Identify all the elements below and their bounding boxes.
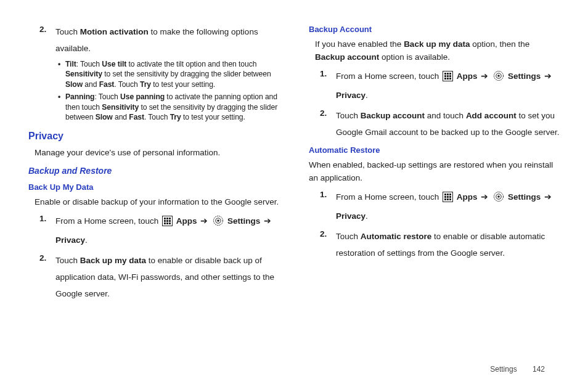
ar-step-2: 2. Touch Automatic restore to enable or … bbox=[320, 228, 560, 261]
heading-privacy: Privacy bbox=[28, 129, 279, 144]
svg-rect-29 bbox=[449, 194, 451, 195]
svg-rect-14 bbox=[444, 73, 446, 75]
label: Tilt bbox=[65, 60, 76, 68]
b: Automatic restore bbox=[361, 232, 432, 241]
b: Use panning bbox=[120, 92, 165, 101]
apps-icon bbox=[443, 191, 453, 208]
arrow: ➔ bbox=[481, 71, 488, 81]
apps-icon bbox=[162, 215, 173, 232]
settings-icon bbox=[493, 70, 504, 87]
t: to test your setting. bbox=[151, 80, 215, 89]
b: Backup account bbox=[361, 111, 425, 120]
svg-rect-6 bbox=[169, 220, 171, 222]
svg-rect-33 bbox=[444, 198, 446, 200]
b: Fast bbox=[129, 113, 144, 121]
t: option is available. bbox=[379, 52, 450, 62]
backup-account-desc: If you have enabled the Back up my data … bbox=[315, 38, 560, 64]
t: Touch bbox=[55, 256, 80, 265]
text: Touch bbox=[55, 27, 80, 36]
label: Panning bbox=[65, 92, 94, 101]
motion-step-2: 2. Touch Motion activation to make the f… bbox=[39, 23, 279, 57]
svg-point-38 bbox=[497, 195, 500, 198]
t: From a Home screen, touch bbox=[336, 71, 441, 81]
privacy-label: Privacy bbox=[336, 211, 365, 221]
apps-icon bbox=[443, 70, 453, 87]
t: From a Home screen, touch bbox=[55, 216, 161, 226]
b: Use tilt bbox=[102, 60, 126, 68]
dot: . bbox=[365, 211, 368, 221]
svg-rect-7 bbox=[164, 223, 166, 224]
svg-rect-22 bbox=[449, 78, 451, 80]
b: Sensitivity bbox=[102, 103, 139, 112]
step-text: Touch Backup account and touch Add accou… bbox=[336, 107, 560, 141]
backup-step-2: 2. Touch Back up my data to enable or di… bbox=[39, 252, 279, 302]
svg-rect-28 bbox=[447, 194, 449, 195]
svg-rect-35 bbox=[449, 198, 451, 200]
svg-rect-18 bbox=[447, 75, 449, 77]
step-number: 1. bbox=[320, 68, 336, 104]
svg-rect-27 bbox=[444, 194, 446, 195]
svg-rect-5 bbox=[166, 220, 168, 222]
t: Touch bbox=[336, 232, 361, 241]
step-text: Touch Back up my data to enable or disab… bbox=[55, 252, 279, 302]
step-number: 2. bbox=[39, 252, 55, 302]
svg-rect-3 bbox=[169, 218, 171, 219]
dot: . bbox=[85, 235, 88, 245]
step-text: From a Home screen, touch Apps ➔ Setting… bbox=[336, 189, 560, 224]
b: Back up my data bbox=[404, 39, 470, 49]
svg-rect-19 bbox=[449, 75, 451, 77]
settings-label: Settings bbox=[508, 71, 541, 81]
b: Back up my data bbox=[80, 256, 146, 265]
t: to set the sensitivity by dragging the s… bbox=[102, 70, 271, 78]
arrow: ➔ bbox=[544, 71, 552, 81]
b: Sensitivity bbox=[65, 70, 102, 78]
t: If you have enabled the bbox=[315, 39, 404, 49]
t: to activate the tilt option and then tou… bbox=[126, 60, 256, 68]
b: Slow bbox=[96, 113, 113, 121]
settings-label: Settings bbox=[227, 216, 260, 226]
svg-rect-16 bbox=[449, 73, 451, 75]
settings-icon bbox=[213, 215, 224, 232]
svg-rect-1 bbox=[164, 218, 166, 219]
bullet-panning: • Panning: Touch Use panning to activate… bbox=[58, 92, 279, 122]
ba-step-2: 2. Touch Backup account and touch Add ac… bbox=[320, 107, 560, 141]
b: Fast bbox=[99, 80, 115, 89]
step-text: From a Home screen, touch Apps ➔ Setting… bbox=[55, 213, 279, 248]
ar-step-1: 1. From a Home screen, touch Apps ➔ Sett… bbox=[320, 189, 560, 224]
t: and bbox=[113, 113, 129, 121]
t: : Touch bbox=[94, 92, 120, 101]
step-number: 2. bbox=[39, 23, 55, 57]
privacy-label: Privacy bbox=[336, 91, 365, 100]
backup-step-1: 1. From a Home screen, touch Apps ➔ Sett… bbox=[39, 213, 279, 248]
arrow: ➔ bbox=[481, 192, 488, 202]
apps-label: Apps bbox=[176, 216, 197, 226]
svg-rect-34 bbox=[447, 198, 449, 200]
t: and bbox=[83, 80, 99, 89]
bullet-mark: • bbox=[58, 59, 65, 89]
step-number: 1. bbox=[320, 189, 336, 224]
footer-section: Settings bbox=[490, 365, 517, 374]
t: option, then the bbox=[470, 39, 529, 49]
apps-label: Apps bbox=[457, 192, 478, 202]
heading-backup-mydata: Back Up My Data bbox=[28, 181, 279, 194]
svg-point-25 bbox=[497, 75, 500, 77]
t: . Touch bbox=[114, 80, 140, 89]
step-text: From a Home screen, touch Apps ➔ Setting… bbox=[336, 68, 560, 104]
bullet-text: Tilt: Touch Use tilt to activate the til… bbox=[65, 59, 279, 89]
b: Add account bbox=[466, 111, 517, 120]
t: : Touch bbox=[76, 60, 102, 68]
step-number: 2. bbox=[320, 228, 336, 261]
t: to test your setting. bbox=[181, 113, 245, 121]
auto-restore-desc: When enabled, backed-up settings are res… bbox=[309, 159, 560, 185]
t: From a Home screen, touch bbox=[336, 192, 441, 202]
t: and touch bbox=[425, 111, 466, 120]
bullet-text: Panning: Touch Use panning to activate t… bbox=[65, 92, 279, 122]
arrow: ➔ bbox=[544, 192, 552, 202]
svg-rect-32 bbox=[449, 196, 451, 198]
page-number: 142 bbox=[533, 365, 545, 374]
right-column: Backup Account If you have enabled the B… bbox=[309, 20, 560, 304]
step-text: Touch Automatic restore to enable or dis… bbox=[336, 228, 560, 261]
bold: Motion activation bbox=[80, 27, 149, 36]
ba-step-1: 1. From a Home screen, touch Apps ➔ Sett… bbox=[320, 68, 560, 104]
settings-label: Settings bbox=[508, 192, 541, 202]
